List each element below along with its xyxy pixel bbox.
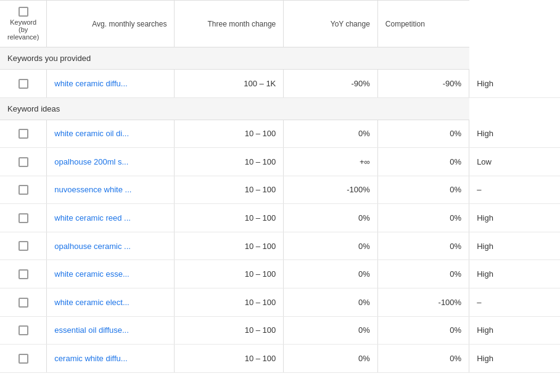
yoy-cell: 0%	[377, 204, 469, 232]
row-checkbox[interactable]	[19, 129, 28, 139]
row-checkbox[interactable]	[19, 213, 28, 223]
table-row: white ceramic oil di...10 – 1000%0%High	[0, 120, 560, 148]
keyword-cell[interactable]: white ceramic elect...	[47, 288, 175, 316]
competition-cell: Low	[469, 148, 560, 176]
row-checkbox[interactable]	[19, 269, 28, 279]
table-row: white ceramic elect...10 – 1000%-100%–	[0, 288, 560, 316]
row-checkbox-cell[interactable]	[0, 260, 47, 288]
keyword-cell[interactable]: white ceramic oil di...	[47, 120, 175, 148]
three-month-cell: 0%	[284, 260, 378, 288]
three-month-cell: 0%	[284, 288, 378, 316]
keyword-col-header: Keyword (by relevance)	[7, 18, 39, 41]
competition-cell: –	[469, 176, 560, 204]
row-checkbox-cell[interactable]	[0, 120, 47, 148]
keyword-cell[interactable]: opalhouse ceramic ...	[47, 232, 175, 260]
row-checkbox-cell[interactable]	[0, 70, 47, 98]
three-month-cell: 0%	[284, 120, 378, 148]
competition-cell: High	[469, 232, 560, 260]
keyword-cell[interactable]: ceramic white diffu...	[47, 345, 175, 373]
section-header-row: Keyword ideas	[0, 97, 560, 120]
three-month-cell: 0%	[284, 204, 378, 232]
row-checkbox[interactable]	[19, 298, 28, 308]
yoy-cell: 0%	[377, 345, 469, 373]
three-month-cell: +∞	[284, 148, 378, 176]
avg-monthly-cell: 100 – 1K	[175, 70, 284, 98]
row-checkbox[interactable]	[19, 79, 28, 89]
competition-cell: High	[469, 316, 560, 345]
avg-monthly-cell: 10 – 100	[175, 288, 284, 316]
keyword-cell[interactable]: nuvoessence white ...	[47, 176, 175, 204]
three-month-cell: 0%	[284, 345, 378, 373]
avg-monthly-header: Avg. monthly searches	[47, 1, 175, 47]
yoy-cell: 0%	[377, 260, 469, 288]
yoy-cell: 0%	[377, 176, 469, 204]
table-row: essential oil diffuse...10 – 1000%0%High	[0, 316, 560, 345]
keyword-cell[interactable]: white ceramic diffu...	[47, 70, 175, 98]
yoy-header: YoY change	[284, 1, 378, 47]
table-row: ceramic white diffu...10 – 1000%0%High	[0, 345, 560, 373]
competition-cell: High	[469, 260, 560, 288]
table-row: white ceramic reed ...10 – 1000%0%High	[0, 204, 560, 232]
keyword-cell[interactable]: essential oil diffuse...	[47, 316, 175, 345]
keyword-cell[interactable]: white ceramic reed ...	[47, 204, 175, 232]
yoy-cell: 0%	[377, 120, 469, 148]
row-checkbox-cell[interactable]	[0, 204, 47, 232]
row-checkbox[interactable]	[19, 185, 28, 195]
row-checkbox[interactable]	[19, 157, 28, 167]
competition-header: Competition	[377, 1, 469, 47]
yoy-cell: 0%	[377, 232, 469, 260]
three-month-cell: 0%	[284, 316, 378, 345]
three-month-header: Three month change	[175, 1, 284, 47]
three-month-cell: -90%	[284, 70, 378, 98]
row-checkbox[interactable]	[19, 325, 28, 335]
competition-cell: High	[469, 345, 560, 373]
header-checkbox[interactable]	[19, 7, 28, 17]
avg-monthly-cell: 10 – 100	[175, 204, 284, 232]
section-label: Keyword ideas	[0, 97, 469, 120]
row-checkbox-cell[interactable]	[0, 176, 47, 204]
avg-monthly-cell: 10 – 100	[175, 260, 284, 288]
table-row: white ceramic esse...10 – 1000%0%High	[0, 260, 560, 288]
yoy-cell: 0%	[377, 316, 469, 345]
row-checkbox[interactable]	[19, 241, 28, 251]
row-checkbox-cell[interactable]	[0, 232, 47, 260]
yoy-cell: -90%	[377, 70, 469, 98]
avg-monthly-cell: 10 – 100	[175, 148, 284, 176]
yoy-cell: 0%	[377, 148, 469, 176]
competition-cell: High	[469, 120, 560, 148]
table-row: nuvoessence white ...10 – 100-100%0%–	[0, 176, 560, 204]
avg-monthly-cell: 10 – 100	[175, 232, 284, 260]
avg-monthly-cell: 10 – 100	[175, 316, 284, 345]
avg-monthly-cell: 10 – 100	[175, 176, 284, 204]
select-all-header[interactable]: Keyword (by relevance)	[0, 1, 47, 47]
table-row: white ceramic diffu...100 – 1K-90%-90%Hi…	[0, 70, 560, 98]
three-month-cell: 0%	[284, 232, 378, 260]
avg-monthly-cell: 10 – 100	[175, 345, 284, 373]
yoy-cell: -100%	[377, 288, 469, 316]
keyword-cell[interactable]: opalhouse 200ml s...	[47, 148, 175, 176]
table-row: opalhouse ceramic ...10 – 1000%0%High	[0, 232, 560, 260]
section-label: Keywords you provided	[0, 47, 469, 70]
row-checkbox[interactable]	[19, 354, 28, 364]
row-checkbox-cell[interactable]	[0, 148, 47, 176]
competition-cell: High	[469, 70, 560, 98]
keyword-cell[interactable]: white ceramic esse...	[47, 260, 175, 288]
table-row: opalhouse 200ml s...10 – 100+∞0%Low	[0, 148, 560, 176]
row-checkbox-cell[interactable]	[0, 345, 47, 373]
row-checkbox-cell[interactable]	[0, 316, 47, 345]
section-header-row: Keywords you provided	[0, 47, 560, 70]
competition-cell: –	[469, 288, 560, 316]
row-checkbox-cell[interactable]	[0, 288, 47, 316]
competition-cell: High	[469, 204, 560, 232]
three-month-cell: -100%	[284, 176, 378, 204]
avg-monthly-cell: 10 – 100	[175, 120, 284, 148]
